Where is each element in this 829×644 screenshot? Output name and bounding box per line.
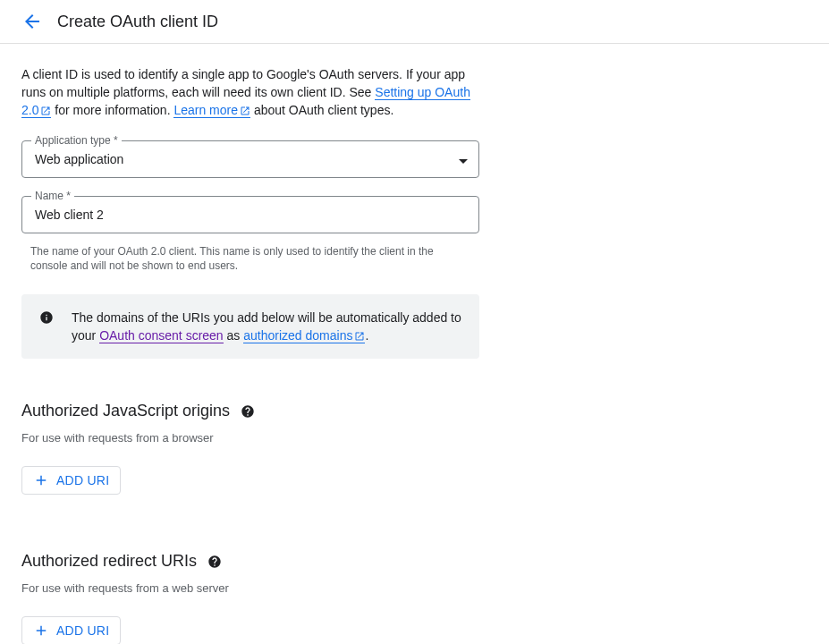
redirect-uris-subtitle: For use with requests from a web server (21, 581, 479, 595)
name-helper-text: The name of your OAuth 2.0 client. This … (21, 241, 479, 273)
page-header: Create OAuth client ID (0, 0, 829, 44)
add-uri-label: ADD URI (56, 623, 109, 638)
oauth-consent-link[interactable]: OAuth consent screen (99, 328, 224, 343)
main-content: A client ID is used to identify a single… (0, 44, 501, 644)
application-type-select[interactable]: Web application (22, 141, 478, 177)
redirect-uris-section: Authorized redirect URIs For use with re… (21, 552, 479, 644)
arrow-left-icon (21, 11, 43, 32)
intro-text-3: about OAuth client types. (250, 103, 393, 117)
add-js-origin-uri-button[interactable]: ADD URI (21, 466, 121, 495)
authorized-domains-link[interactable]: authorized domains (243, 328, 365, 343)
name-field: Name * (21, 196, 479, 233)
js-origins-subtitle: For use with requests from a browser (21, 431, 479, 445)
external-link-icon (240, 106, 250, 116)
name-input[interactable] (22, 197, 478, 233)
application-type-label: Application type * (31, 134, 122, 147)
intro-text-2: for more information. (51, 103, 173, 117)
info-text: The domains of the URIs you add below wi… (72, 309, 461, 344)
external-link-icon (40, 106, 51, 116)
info-text-2: as (224, 328, 244, 343)
info-text-3: . (365, 328, 368, 343)
plus-icon (33, 623, 49, 639)
js-origins-section: Authorized JavaScript origins For use wi… (21, 402, 479, 495)
info-icon (39, 310, 54, 325)
help-icon[interactable] (241, 404, 255, 419)
name-label: Name * (31, 190, 74, 202)
info-banner: The domains of the URIs you add below wi… (21, 294, 479, 359)
add-uri-label: ADD URI (56, 473, 109, 487)
learn-more-link[interactable]: Learn more (173, 103, 250, 118)
js-origins-title: Authorized JavaScript origins (21, 402, 230, 420)
help-icon[interactable] (207, 555, 222, 569)
application-type-field: Application type * Web application (21, 140, 479, 178)
external-link-icon (354, 331, 365, 342)
back-arrow-button[interactable] (21, 11, 43, 32)
intro-paragraph: A client ID is used to identify a single… (21, 65, 479, 119)
add-redirect-uri-button[interactable]: ADD URI (21, 616, 121, 644)
plus-icon (33, 472, 49, 488)
redirect-uris-title: Authorized redirect URIs (21, 552, 197, 571)
page-title: Create OAuth client ID (57, 13, 218, 31)
